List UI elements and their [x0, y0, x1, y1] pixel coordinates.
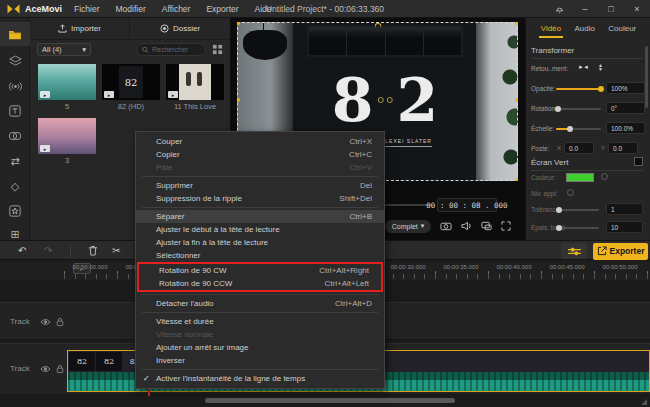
export-icon — [597, 246, 607, 256]
menu-item-activer-instantaneite[interactable]: ✓ Activer l'instantanéité de la ligne de… — [136, 372, 384, 385]
speaker-icon[interactable] — [461, 221, 472, 231]
menu-item-couper[interactable]: CouperCtrl+X — [136, 135, 384, 148]
gs-tolerance-slider[interactable] — [557, 209, 599, 211]
eyedropper-icon[interactable] — [601, 173, 608, 180]
gs-apply-toggle[interactable] — [567, 189, 574, 196]
media-filter-dropdown[interactable]: All (4) ▾ — [37, 43, 91, 56]
media-library-icon[interactable] — [0, 22, 30, 46]
layers-icon[interactable] — [0, 49, 30, 73]
horizontal-scrollbar[interactable] — [205, 398, 455, 403]
gs-edge-slider[interactable] — [557, 227, 599, 229]
effects-icon[interactable]: ◇ — [0, 174, 30, 198]
media-item[interactable]: ▸ 5 — [38, 64, 96, 111]
opacity-value[interactable]: 100% — [606, 82, 645, 94]
menu-item-detacher-audio[interactable]: Détacher l'audioCtrl+Alt+D — [136, 297, 384, 310]
gs-tolerance-value[interactable]: 1 — [606, 203, 643, 215]
rotation-slider-knob[interactable] — [555, 106, 561, 112]
split-clip-icon[interactable]: ✂ — [112, 244, 120, 258]
gs-edge-knob[interactable] — [556, 225, 562, 231]
folder-button[interactable]: Dossier — [130, 18, 230, 39]
greenscreen-checkbox[interactable] — [634, 157, 643, 166]
app-name: AceMovi — [25, 4, 62, 14]
menu-afficher[interactable]: Afficher — [162, 4, 191, 14]
feedback-icon[interactable] — [546, 5, 572, 14]
lock-icon[interactable] — [56, 364, 64, 374]
inspector-scrollbar[interactable] — [645, 46, 648, 108]
menu-fichier[interactable]: Fichier — [74, 4, 100, 14]
clip-thumbnail: 82 — [96, 352, 122, 371]
window-title: Untitled Project* - 00:06:33.360 — [266, 4, 384, 14]
menu-item-copier[interactable]: CopierCtrl+C — [136, 148, 384, 161]
flip-vertical-icon[interactable]: ▲▼ — [598, 63, 603, 71]
rotation-value[interactable]: 0° — [606, 102, 645, 114]
menu-modifier[interactable]: Modifier — [116, 4, 146, 14]
opacity-slider[interactable] — [556, 88, 601, 90]
scale-value[interactable]: 100.0% — [606, 122, 645, 134]
maximize-button[interactable]: □ — [598, 0, 624, 18]
undo-icon[interactable]: ↶ — [18, 244, 26, 258]
export-button[interactable]: Exporter — [593, 243, 648, 260]
video-badge-icon: ▸ — [168, 91, 178, 98]
transitions-icon[interactable]: ⇄ — [0, 149, 30, 173]
search-input[interactable] — [152, 46, 200, 53]
media-item[interactable]: ▸ 3 — [38, 118, 96, 165]
snapshot-icon[interactable] — [440, 221, 452, 231]
menu-item-vitesse-duree[interactable]: Vitesse et durée — [136, 315, 384, 328]
redo-icon[interactable]: ↷ — [44, 244, 52, 258]
split-screen-icon[interactable]: ⊞ — [0, 222, 30, 246]
menu-exporter[interactable]: Exporter — [206, 4, 238, 14]
lock-icon[interactable] — [56, 317, 64, 327]
resize-handle[interactable] — [515, 98, 518, 102]
pip-icon[interactable] — [481, 221, 492, 231]
flip-horizontal-icon[interactable]: ►◄ — [578, 64, 588, 70]
resize-handle[interactable] — [515, 22, 518, 25]
ruler-label: 00:00:50.000 — [602, 264, 637, 270]
tab-video[interactable]: Vidéo — [541, 24, 561, 33]
eye-icon[interactable] — [40, 365, 51, 373]
search-box[interactable] — [136, 43, 206, 56]
media-item[interactable]: ▸ 11 This Love — [166, 64, 224, 111]
import-button[interactable]: Importer — [30, 18, 130, 39]
scale-label: Échelle: — [531, 125, 554, 132]
minimize-button[interactable]: – — [572, 0, 598, 18]
menu-item-rotation-90-ccw[interactable]: Rotation de 90 CCWCtrl+Alt+Left — [139, 277, 381, 290]
position-y-field[interactable]: 0.0 — [608, 142, 638, 154]
video-badge-icon: ▸ — [104, 91, 114, 98]
menu-item-separer[interactable]: SéparerCtrl+B — [136, 210, 384, 223]
opacity-slider-knob[interactable] — [598, 86, 604, 92]
position-label: Poste: — [531, 145, 549, 152]
eye-icon[interactable] — [40, 318, 51, 326]
grid-view-icon[interactable] — [212, 44, 223, 55]
gs-tolerance-knob[interactable] — [556, 207, 562, 213]
rotation-slider[interactable] — [556, 108, 601, 110]
preview-zoom-dropdown[interactable]: Complet ▾ — [385, 220, 431, 233]
flip-label: Retou..ment: — [531, 65, 568, 72]
menu-item-arret-sur-image[interactable]: Ajouter un arrêt sur image — [136, 341, 384, 354]
mixer-button[interactable] — [561, 243, 587, 259]
rotate-handle[interactable] — [374, 23, 381, 27]
media-item[interactable]: 82▸ 82 (HD) — [102, 64, 160, 111]
menu-item-supprimer[interactable]: SupprimerDel — [136, 179, 384, 192]
fullscreen-icon[interactable] — [501, 221, 511, 231]
delete-icon[interactable] — [88, 245, 98, 256]
menu-item-selectionner[interactable]: Sélectionner — [136, 249, 384, 262]
resize-handle[interactable] — [515, 178, 518, 181]
menu-item-suppression-ripple[interactable]: Suppression de la rippleShift+Del — [136, 192, 384, 205]
text-tool-icon[interactable] — [0, 99, 30, 123]
gs-edge-value[interactable]: 10 — [606, 221, 643, 233]
elements-icon[interactable] — [0, 199, 30, 223]
audio-icon[interactable] — [0, 74, 30, 98]
menu-item-ajuster-fin[interactable]: Ajuster la fin à la tête de lecture — [136, 236, 384, 249]
menu-item-rotation-90-cw[interactable]: Rotation de 90 CWCtrl+Alt+Right — [139, 264, 381, 277]
filters-icon[interactable] — [0, 124, 30, 148]
tab-couleur[interactable]: Couleur — [608, 24, 636, 33]
tab-audio[interactable]: Audio — [574, 24, 594, 33]
menu-item-ajuster-debut[interactable]: Ajuster le début à la tête de lecture — [136, 223, 384, 236]
chevron-down-icon: ▾ — [421, 222, 425, 230]
scale-slider-knob[interactable] — [567, 126, 573, 132]
resize-grip[interactable] — [641, 399, 647, 405]
close-button[interactable]: × — [624, 0, 650, 18]
gs-color-swatch[interactable] — [566, 173, 594, 182]
menu-item-inverser[interactable]: Inverser — [136, 354, 384, 367]
position-x-field[interactable]: 0.0 — [564, 142, 594, 154]
